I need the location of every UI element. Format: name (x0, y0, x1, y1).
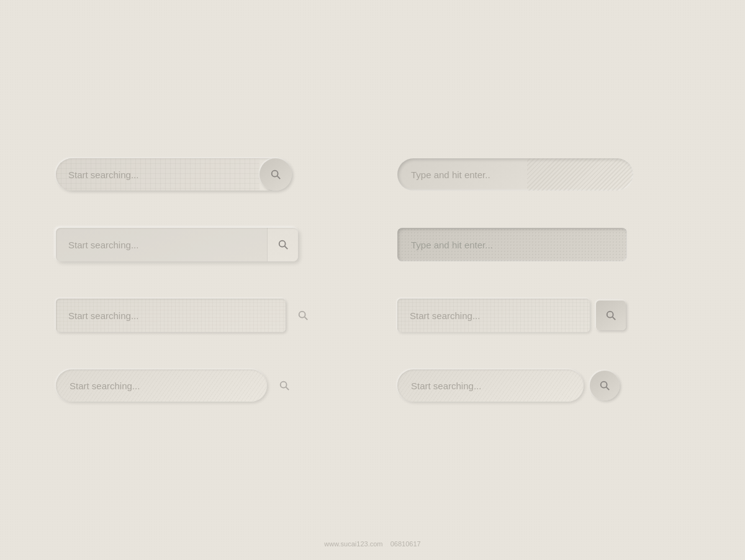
search-placeholder-1: Start searching... (68, 169, 138, 180)
search-input-area-1[interactable]: Start searching... (56, 158, 260, 191)
search-button-r3[interactable] (596, 300, 626, 330)
search-bar-r2[interactable]: Type and hit enter... (397, 228, 627, 261)
right-column: Type and hit enter.. Type and hit enter.… (397, 158, 689, 402)
search-placeholder-2: Start searching... (68, 240, 138, 250)
svg-point-0 (272, 171, 278, 177)
stripe-overlay-r1 (527, 158, 633, 191)
search-button-2[interactable] (267, 228, 298, 261)
main-container: Start searching... Start searching... (31, 133, 714, 427)
left-column: Start searching... Start searching... (56, 158, 348, 402)
watermark: www.sucai123.com 06810617 (0, 540, 745, 548)
search-bar-2[interactable]: Start searching... (56, 228, 298, 261)
svg-line-5 (305, 317, 308, 320)
svg-line-3 (284, 246, 287, 250)
search-placeholder-r3: Start searching... (410, 310, 480, 321)
svg-point-4 (299, 312, 305, 318)
search-placeholder-r1: Type and hit enter.. (411, 169, 490, 180)
search-icon-2 (278, 239, 289, 250)
search-bar-3[interactable]: Start searching... (56, 299, 286, 332)
search-placeholder-r2: Type and hit enter... (411, 240, 493, 250)
search-bar-1[interactable]: Start searching... (56, 158, 292, 191)
search-placeholder-3: Start searching... (68, 310, 138, 321)
svg-line-11 (607, 387, 610, 391)
search-bar-r3[interactable]: Start searching... (397, 299, 590, 332)
search-icon-r3 (605, 310, 616, 321)
search-wrapper-1: Start searching... (56, 158, 292, 191)
search-button-4[interactable] (273, 374, 296, 397)
search-icon-3 (297, 310, 309, 321)
svg-line-9 (613, 317, 616, 320)
search-button-1[interactable] (260, 158, 292, 191)
svg-point-6 (281, 382, 287, 388)
search-icon-r4 (599, 380, 610, 391)
search-placeholder-4: Start searching... (70, 381, 140, 391)
search-wrapper-r3: Start searching... (397, 299, 626, 332)
svg-point-8 (607, 312, 613, 318)
search-wrapper-3: Start searching... (56, 299, 314, 332)
search-button-r4[interactable] (590, 371, 620, 400)
watermark-site: www.sucai123.com (324, 540, 382, 548)
search-wrapper-4: Start searching... (56, 369, 296, 402)
search-icon-4 (279, 380, 290, 391)
search-input-area-2[interactable]: Start searching... (56, 228, 267, 261)
search-bar-r1[interactable]: Type and hit enter.. (397, 158, 633, 191)
search-wrapper-r2: Type and hit enter... (397, 228, 627, 261)
search-button-3[interactable] (292, 304, 314, 327)
svg-point-10 (601, 382, 607, 388)
svg-line-7 (286, 387, 289, 391)
search-wrapper-r4: Start searching... (397, 369, 620, 402)
search-bar-4[interactable]: Start searching... (56, 369, 267, 402)
svg-line-1 (278, 176, 281, 179)
search-placeholder-r4: Start searching... (411, 381, 481, 391)
svg-point-2 (279, 241, 285, 247)
watermark-code: 06810617 (391, 540, 421, 548)
search-bar-r4[interactable]: Start searching... (397, 369, 584, 402)
search-icon-1 (270, 169, 281, 180)
search-wrapper-2: Start searching... (56, 228, 298, 261)
search-wrapper-r1: Type and hit enter.. (397, 158, 633, 191)
